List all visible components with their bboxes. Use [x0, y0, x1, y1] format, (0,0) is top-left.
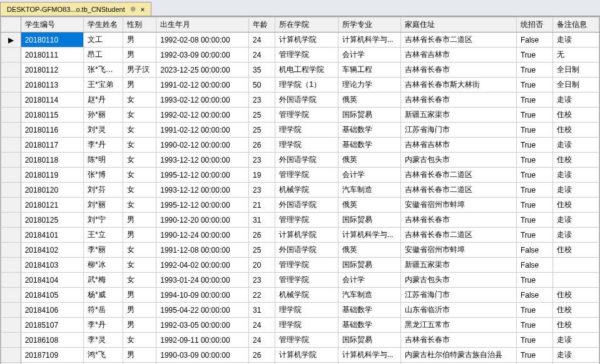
cell[interactable]: 24 [249, 33, 275, 48]
cell[interactable]: 汽车制造 [338, 288, 400, 303]
cell[interactable]: 吉林省长春市二道区 [401, 168, 517, 183]
cell[interactable]: 吉林省长春市二道区 [401, 183, 517, 198]
cell[interactable]: 住校 [552, 318, 599, 333]
cell[interactable]: 武*梅 [84, 273, 123, 288]
row-header[interactable] [1, 258, 21, 273]
row-header[interactable] [1, 288, 21, 303]
cell[interactable]: 俄英 [338, 243, 400, 258]
cell[interactable]: True [516, 78, 552, 93]
cell[interactable]: 男 [123, 303, 156, 318]
row-header[interactable] [1, 318, 21, 333]
corner-cell[interactable] [1, 18, 21, 33]
cell[interactable]: 24 [249, 333, 275, 348]
cell[interactable]: 25 [249, 243, 275, 258]
cell[interactable]: 20180120 [21, 183, 83, 198]
cell[interactable]: 20184106 [21, 303, 83, 318]
cell[interactable]: 20184103 [21, 258, 83, 273]
cell[interactable]: 1990-12-20 00:00:00 [156, 213, 249, 228]
cell[interactable]: 李*丹 [84, 138, 123, 153]
cell[interactable]: 1990-12-24 00:00:00 [156, 228, 249, 243]
cell[interactable]: 20180110 [21, 33, 83, 48]
table-row[interactable]: 20186108李*灵女1992-09-11 00:00:0024管理学院国际贸… [1, 333, 599, 348]
cell[interactable]: 25 [249, 108, 275, 123]
cell[interactable]: 基础数学 [338, 318, 400, 333]
cell[interactable]: True [516, 63, 552, 78]
cell[interactable]: 俄英 [338, 153, 400, 168]
cell[interactable]: 1990-02-12 00:00:00 [156, 138, 249, 153]
cell[interactable]: 20180114 [21, 93, 83, 108]
row-header[interactable] [1, 273, 21, 288]
row-header[interactable] [1, 63, 21, 78]
table-row[interactable]: 20180125刘*宁男1990-12-20 00:00:0031管理学院国际贸… [1, 213, 599, 228]
cell[interactable]: False [516, 258, 552, 273]
cell[interactable]: 1992-03-09 00:00:00 [156, 48, 249, 63]
row-header[interactable] [1, 138, 21, 153]
cell[interactable]: 20180119 [21, 168, 83, 183]
row-header[interactable] [1, 108, 21, 123]
cell[interactable]: True [516, 333, 552, 348]
cell[interactable]: 新疆五家渠市 [401, 258, 517, 273]
cell[interactable]: 理学院 [275, 123, 338, 138]
cell[interactable]: 吉林省吉林市 [401, 138, 517, 153]
cell[interactable]: 女 [123, 183, 156, 198]
cell[interactable]: 全日制 [552, 78, 599, 93]
col-header[interactable]: 性别 [123, 18, 156, 33]
cell[interactable]: True [516, 273, 552, 288]
cell[interactable]: 管理学院 [275, 108, 338, 123]
cell[interactable]: True [516, 48, 552, 63]
cell[interactable]: 安徽省宿州市蚌埠 [401, 243, 517, 258]
cell[interactable]: 外国语学院 [275, 93, 338, 108]
cell[interactable]: 走读 [552, 33, 599, 48]
cell[interactable]: 会计学 [338, 273, 400, 288]
cell[interactable]: 女 [123, 273, 156, 288]
cell[interactable]: True [516, 93, 552, 108]
cell[interactable]: 女 [123, 123, 156, 138]
cell[interactable]: 男 [123, 33, 156, 48]
col-header[interactable]: 所在学院 [275, 18, 338, 33]
cell[interactable]: 李*丹 [84, 318, 123, 333]
col-header[interactable]: 所学专业 [338, 18, 400, 33]
table-row[interactable]: 20180111昂工男1992-03-09 00:00:0024管理学院会计学吉… [1, 48, 599, 63]
cell[interactable]: 俄英 [338, 198, 400, 213]
cell[interactable]: 20186108 [21, 333, 83, 348]
cell[interactable]: 吉林省长春市二道区 [401, 33, 517, 48]
cell[interactable]: 国际贸易 [338, 108, 400, 123]
cell[interactable]: 25 [249, 123, 275, 138]
cell[interactable]: 1994-10-09 00:00:00 [156, 288, 249, 303]
cell[interactable]: 杨*威 [84, 288, 123, 303]
cell[interactable]: 理论力学 [338, 78, 400, 93]
data-grid[interactable]: 学生编号 学生姓名 性别 出生年月 年龄 所在学院 所学专业 家庭住址 统招否 … [0, 16, 600, 364]
cell[interactable]: 23 [249, 273, 275, 288]
cell[interactable]: 管理学院 [275, 213, 338, 228]
cell[interactable]: 男 [123, 48, 156, 63]
cell[interactable]: 管理学院 [275, 168, 338, 183]
cell[interactable]: 孙*丽 [84, 108, 123, 123]
row-header[interactable] [1, 153, 21, 168]
cell[interactable]: 内蒙古包头市 [401, 153, 517, 168]
cell[interactable]: 1992-03-05 00:00:00 [156, 318, 249, 333]
table-row[interactable]: 20180119张*博女1995-12-12 00:00:0019管理学院会计学… [1, 168, 599, 183]
cell[interactable]: 女 [123, 198, 156, 213]
cell[interactable]: 31 [249, 303, 275, 318]
row-header[interactable]: ▶ [1, 33, 21, 48]
cell[interactable]: 20180112 [21, 63, 83, 78]
cell[interactable]: 走读 [552, 138, 599, 153]
table-row[interactable]: 20180117李*丹女1990-02-12 00:00:0026理学院基础数学… [1, 138, 599, 153]
cell[interactable]: 外国语学院 [275, 243, 338, 258]
row-header[interactable] [1, 198, 21, 213]
cell[interactable] [552, 258, 599, 273]
table-row[interactable]: 20184106符*岳男1995-04-22 00:00:0031理学院基础数学… [1, 303, 599, 318]
cell[interactable]: False [516, 33, 552, 48]
cell[interactable]: 20184104 [21, 273, 83, 288]
cell[interactable]: 50 [249, 78, 275, 93]
cell[interactable]: 女 [123, 108, 156, 123]
cell[interactable]: 1995-12-12 00:00:00 [156, 198, 249, 213]
cell[interactable]: 会计学 [338, 168, 400, 183]
row-header[interactable] [1, 168, 21, 183]
row-header[interactable] [1, 48, 21, 63]
cell[interactable]: 安徽省宿州市蚌埠 [401, 198, 517, 213]
cell[interactable]: 走读 [552, 228, 599, 243]
col-header[interactable]: 家庭住址 [401, 18, 517, 33]
cell[interactable]: 计算机学院 [275, 228, 338, 243]
cell[interactable]: 女 [123, 168, 156, 183]
